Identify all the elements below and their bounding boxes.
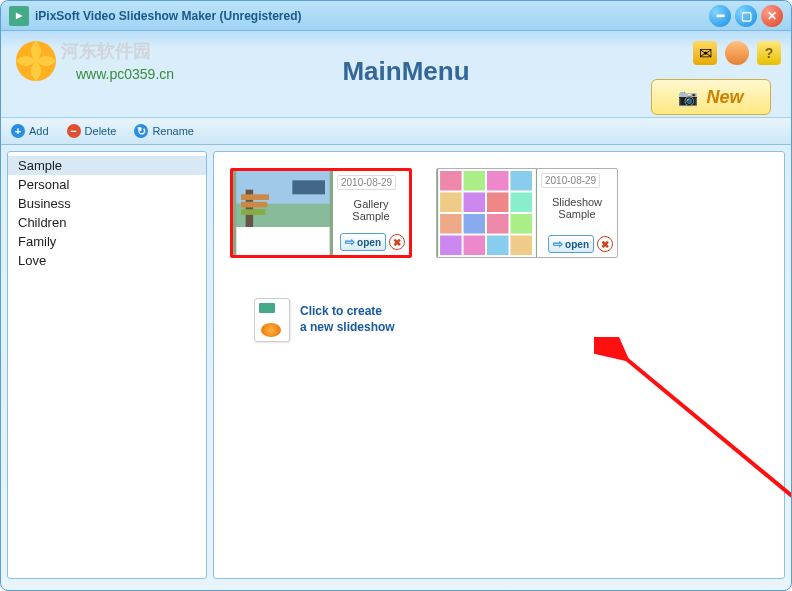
sidebar-item-family[interactable]: Family [8,232,206,251]
svg-line-26 [624,357,792,591]
new-button[interactable]: 📷 New [651,79,771,115]
thumbnail [233,171,333,255]
delete-label: Delete [85,125,117,137]
card-meta: 2010-08-29 Gallery Sample ⇨ open ✖ [333,171,409,255]
svg-rect-7 [292,180,325,194]
card-actions: ⇨ open ✖ [541,235,613,253]
svg-rect-6 [241,209,265,215]
add-label: Add [29,125,49,137]
help-icon[interactable]: ? [757,41,781,65]
svg-rect-20 [487,214,509,234]
sidebar-item-children[interactable]: Children [8,213,206,232]
app-icon: ▶ [9,6,29,26]
delete-button[interactable]: − Delete [67,124,117,138]
create-slideshow-button[interactable]: Click to create a new slideshow [254,298,768,342]
svg-rect-15 [464,192,486,212]
svg-rect-8 [236,227,329,255]
open-label: open [357,237,381,248]
add-button[interactable]: + Add [11,124,49,138]
svg-rect-10 [440,171,462,191]
svg-rect-17 [510,192,532,212]
svg-rect-21 [510,214,532,234]
new-button-label: New [706,87,743,108]
svg-rect-23 [464,235,486,255]
svg-rect-16 [487,192,509,212]
titlebar: ▶ iPixSoft Video Slideshow Maker (Unregi… [1,1,791,31]
sidebar-item-personal[interactable]: Personal [8,175,206,194]
create-line1: Click to create [300,304,395,320]
rename-button[interactable]: ↻ Rename [134,124,194,138]
card-actions: ⇨ open ✖ [337,233,405,251]
card-title: Slideshow Sample [541,196,613,235]
document-video-icon [254,298,290,342]
app-window: ▶ iPixSoft Video Slideshow Maker (Unregi… [0,0,792,591]
sidebar-item-love[interactable]: Love [8,251,206,270]
user-icon[interactable] [725,41,749,65]
svg-rect-22 [440,235,462,255]
main-panel: 2010-08-29 Gallery Sample ⇨ open ✖ [213,151,785,579]
svg-rect-14 [440,192,462,212]
svg-rect-19 [464,214,486,234]
card-list: 2010-08-29 Gallery Sample ⇨ open ✖ [230,168,768,258]
arrow-right-icon: ⇨ [345,235,355,249]
svg-rect-5 [241,202,267,208]
card-date: 2010-08-29 [541,173,600,188]
svg-rect-18 [440,214,462,234]
header-icons: ✉ ? [693,41,781,65]
svg-rect-4 [241,194,269,200]
delete-card-button[interactable]: ✖ [389,234,405,250]
create-line2: a new slideshow [300,320,395,336]
open-button[interactable]: ⇨ open [340,233,386,251]
content-area: Sample Personal Business Children Family… [1,145,791,585]
maximize-button[interactable]: ▢ [735,5,757,27]
sidebar-item-sample[interactable]: Sample [8,156,206,175]
annotation-arrow [594,337,792,591]
toolbar: + Add − Delete ↻ Rename [1,117,791,145]
watermark-url: www.pc0359.cn [76,66,174,82]
logo-icon [11,36,61,86]
delete-card-button[interactable]: ✖ [597,236,613,252]
window-controls: ━ ▢ ✕ [709,5,783,27]
arrow-right-icon: ⇨ [553,237,563,251]
svg-rect-11 [464,171,486,191]
card-title: Gallery Sample [337,198,405,233]
open-button[interactable]: ⇨ open [548,235,594,253]
minimize-button[interactable]: ━ [709,5,731,27]
svg-rect-12 [487,171,509,191]
watermark-text: 河东软件园 [61,39,151,63]
close-button[interactable]: ✕ [761,5,783,27]
open-label: open [565,239,589,250]
message-icon[interactable]: ✉ [693,41,717,65]
svg-rect-13 [510,171,532,191]
rename-label: Rename [152,125,194,137]
svg-rect-24 [487,235,509,255]
thumbnail [437,169,537,257]
sidebar-item-business[interactable]: Business [8,194,206,213]
window-title: iPixSoft Video Slideshow Maker (Unregist… [35,9,709,23]
svg-rect-25 [510,235,532,255]
refresh-icon: ↻ [134,124,148,138]
camera-icon: 📷 [678,88,698,107]
slideshow-card[interactable]: 2010-08-29 Slideshow Sample ⇨ open ✖ [436,168,618,258]
minus-icon: − [67,124,81,138]
card-meta: 2010-08-29 Slideshow Sample ⇨ open ✖ [537,169,617,257]
create-prompt-text: Click to create a new slideshow [300,304,395,335]
plus-icon: + [11,124,25,138]
sidebar: Sample Personal Business Children Family… [7,151,207,579]
card-date: 2010-08-29 [337,175,396,190]
slideshow-card[interactable]: 2010-08-29 Gallery Sample ⇨ open ✖ [230,168,412,258]
